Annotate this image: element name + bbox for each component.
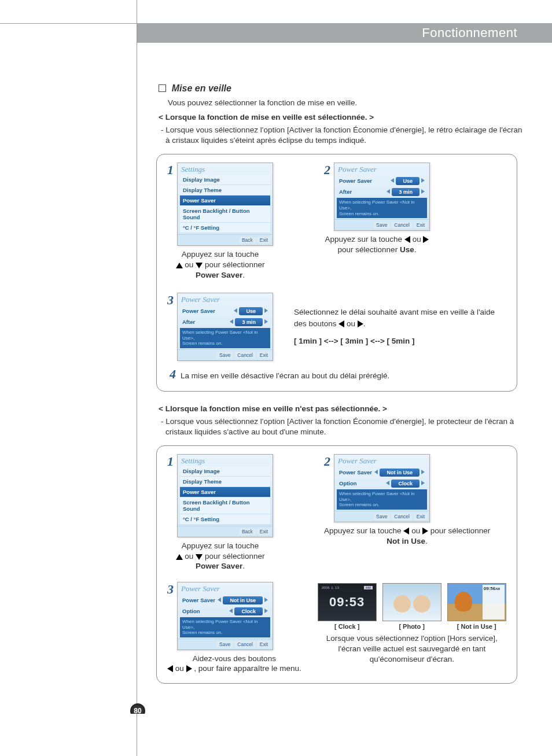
step-number: 1 xyxy=(167,163,174,178)
step-number: 3 xyxy=(167,293,174,308)
screensaver-description: Lorsque vous sélectionnez l'option [Hors… xyxy=(318,633,506,665)
section-heading: Mise en veille xyxy=(159,83,523,94)
thumb-photo xyxy=(382,583,441,621)
procedure-panel-1: 1 Settings Display Image Display Theme P… xyxy=(156,154,517,391)
step4-text: 4La mise en veille désactive l'écran au … xyxy=(170,367,506,382)
menu-item-selected: Power Saver xyxy=(180,487,270,497)
screenshot-powersaver-after: Power Saver Power SaverUse After3 min Wh… xyxy=(177,293,273,361)
screenshot-settings: Settings Display Image Display Theme Pow… xyxy=(177,454,273,537)
step2-caption: Appuyez sur la touche ou pour sélectionn… xyxy=(324,234,430,255)
menu-item: °C / °F Setting xyxy=(180,223,270,233)
thumb-clock: 2008. 1. 13. AM 09:53 xyxy=(318,583,377,621)
triangle-right-icon xyxy=(422,528,428,534)
screenshot-powersaver-notinuse: Power Saver Power SaverNot in Use Option… xyxy=(334,454,430,522)
triangle-up-icon xyxy=(176,263,183,268)
header-bar: Fonctionnement xyxy=(137,23,552,43)
menu-item: Display Image xyxy=(180,175,270,185)
step-number: 3 xyxy=(167,582,174,597)
bullet-icon xyxy=(159,84,166,92)
screenshot-settings: Settings Display Image Display Theme Pow… xyxy=(177,163,273,246)
triangle-right-icon xyxy=(186,665,192,672)
triangle-up-icon xyxy=(176,554,183,560)
menu-item-selected: Power Saver xyxy=(180,196,270,206)
triangle-left-icon xyxy=(404,236,410,243)
step1b-caption: Appuyez sur la touche ou pour sélectionn… xyxy=(167,541,273,571)
section-intro: Vous pouvez sélectionner la fonction de … xyxy=(168,98,523,107)
step-number: 1 xyxy=(167,454,174,469)
screenshot-powersaver-use: Power Saver Power SaverUse After3 min Wh… xyxy=(334,163,430,231)
header-title: Fonctionnement xyxy=(422,25,517,40)
menu-item: °C / °F Setting xyxy=(180,514,270,525)
thumb-not-in-use: 09:56AM xyxy=(447,583,506,621)
screenshot-powersaver-option: Power Saver Power SaverNot in Use Option… xyxy=(177,582,273,650)
triangle-left-icon xyxy=(167,665,173,672)
menu-item: Display Image xyxy=(180,466,270,477)
note-1: - Lorsque vous sélectionnez l'option [Ac… xyxy=(161,125,523,146)
step2b-caption: Appuyez sur la touche ou pour sélectionn… xyxy=(324,526,490,546)
step3-text: Sélectionnez le délai souhaité avant mis… xyxy=(289,307,506,348)
triangle-left-icon xyxy=(338,320,344,327)
step-number: 2 xyxy=(324,454,330,469)
menu-item: Display Theme xyxy=(180,185,270,196)
screensaver-thumbnails: 2008. 1. 13. AM 09:53 [ Clock ] [ Photo … xyxy=(318,583,506,630)
menu-item: Screen Backlight / Button Sound xyxy=(180,497,270,514)
step-number: 2 xyxy=(324,163,330,178)
menu-item: Screen Backlight / Button Sound xyxy=(180,206,270,223)
menu-item: Display Theme xyxy=(180,477,270,487)
triangle-right-icon xyxy=(423,236,429,243)
triangle-down-icon xyxy=(196,263,203,268)
procedure-panel-2: 1 Settings Display Image Display Theme P… xyxy=(156,445,517,684)
page-number: 80 xyxy=(130,703,145,714)
step1-caption: Appuyez sur la touche ou pour sélectionn… xyxy=(167,249,273,280)
subheading-2: < Llorsque la fonction mise en veille n'… xyxy=(159,404,523,413)
note-2: - Lorsque vous sélectionnez l'option [Ac… xyxy=(161,416,523,437)
step3b-caption: Aidez-vous des boutons ou , pour faire a… xyxy=(167,654,301,674)
section-title: Mise en veille xyxy=(172,83,231,93)
triangle-left-icon xyxy=(403,528,409,534)
triangle-right-icon xyxy=(358,320,363,327)
triangle-down-icon xyxy=(196,554,203,560)
subheading-1: < Lorsque la fonction de mise en veille … xyxy=(159,113,523,121)
